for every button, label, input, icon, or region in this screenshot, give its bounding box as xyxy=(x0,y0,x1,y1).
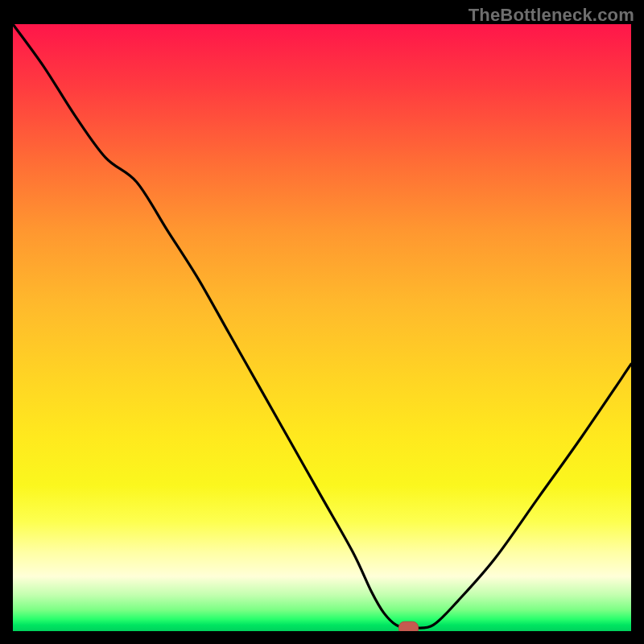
bottleneck-curve xyxy=(13,24,631,629)
chart-overlay xyxy=(13,24,631,631)
watermark-text: TheBottleneck.com xyxy=(469,5,634,26)
plot-outer xyxy=(13,24,631,631)
optimal-point-marker xyxy=(399,621,419,631)
chart-frame: TheBottleneck.com xyxy=(0,0,644,644)
